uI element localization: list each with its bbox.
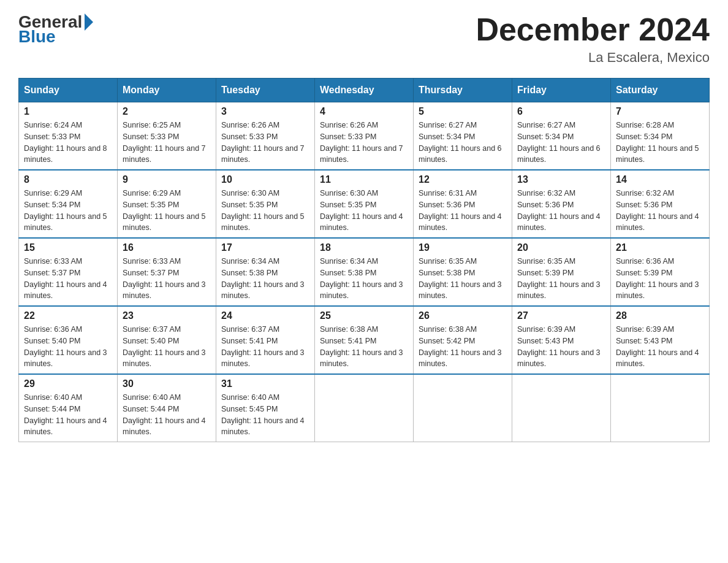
calendar-cell: 24 Sunrise: 6:37 AM Sunset: 5:41 PM Dayl… [216,306,315,374]
calendar-header-friday: Friday [512,79,611,102]
sunrise-label: Sunrise: 6:40 AM [123,393,181,402]
sunset-label: Sunset: 5:33 PM [320,132,376,141]
day-number: 22 [24,310,112,321]
day-info: Sunrise: 6:26 AM Sunset: 5:33 PM Dayligh… [320,120,408,166]
day-info: Sunrise: 6:39 AM Sunset: 5:43 PM Dayligh… [517,324,605,370]
sunrise-label: Sunrise: 6:33 AM [123,257,181,266]
day-info: Sunrise: 6:38 AM Sunset: 5:42 PM Dayligh… [419,324,507,370]
calendar-cell: 19 Sunrise: 6:35 AM Sunset: 5:38 PM Dayl… [414,238,512,306]
calendar-week-4: 22 Sunrise: 6:36 AM Sunset: 5:40 PM Dayl… [19,306,710,374]
sunset-label: Sunset: 5:35 PM [320,201,376,209]
calendar-cell: 16 Sunrise: 6:33 AM Sunset: 5:37 PM Dayl… [118,238,216,306]
sunrise-label: Sunrise: 6:27 AM [517,121,575,129]
calendar-cell: 20 Sunrise: 6:35 AM Sunset: 5:39 PM Dayl… [512,238,611,306]
day-number: 24 [221,310,309,321]
calendar-header-tuesday: Tuesday [216,79,315,102]
day-info: Sunrise: 6:30 AM Sunset: 5:35 PM Dayligh… [320,188,408,234]
calendar-cell: 29 Sunrise: 6:40 AM Sunset: 5:44 PM Dayl… [19,374,118,442]
daylight-label: Daylight: 11 hours and 4 minutes. [616,212,699,232]
calendar-cell: 31 Sunrise: 6:40 AM Sunset: 5:45 PM Dayl… [216,374,315,442]
calendar-cell: 17 Sunrise: 6:34 AM Sunset: 5:38 PM Dayl… [216,238,315,306]
day-number: 14 [616,174,704,185]
daylight-label: Daylight: 11 hours and 3 minutes. [24,348,107,369]
daylight-label: Daylight: 11 hours and 3 minutes. [221,348,305,369]
calendar-cell: 6 Sunrise: 6:27 AM Sunset: 5:34 PM Dayli… [512,102,611,170]
day-number: 9 [123,174,211,185]
sunset-label: Sunset: 5:34 PM [616,132,672,141]
month-title: December 2024 [476,12,710,47]
daylight-label: Daylight: 11 hours and 3 minutes. [616,280,699,301]
daylight-label: Daylight: 11 hours and 5 minutes. [221,212,305,232]
day-number: 10 [221,174,309,185]
sunrise-label: Sunrise: 6:35 AM [517,257,575,266]
day-info: Sunrise: 6:28 AM Sunset: 5:34 PM Dayligh… [616,120,704,166]
day-number: 4 [320,106,408,117]
sunrise-label: Sunrise: 6:25 AM [123,121,181,129]
calendar-cell: 26 Sunrise: 6:38 AM Sunset: 5:42 PM Dayl… [414,306,512,374]
sunrise-label: Sunrise: 6:39 AM [517,325,575,334]
calendar-cell: 28 Sunrise: 6:39 AM Sunset: 5:43 PM Dayl… [611,306,710,374]
day-info: Sunrise: 6:36 AM Sunset: 5:39 PM Dayligh… [616,256,704,302]
sunset-label: Sunset: 5:34 PM [24,201,80,209]
sunrise-label: Sunrise: 6:32 AM [616,189,674,197]
day-number: 5 [419,106,507,117]
calendar-header-monday: Monday [118,79,216,102]
daylight-label: Daylight: 11 hours and 3 minutes. [320,280,403,301]
day-number: 7 [616,106,704,117]
calendar-cell: 5 Sunrise: 6:27 AM Sunset: 5:34 PM Dayli… [414,102,512,170]
calendar-header-thursday: Thursday [414,79,512,102]
calendar-cell: 7 Sunrise: 6:28 AM Sunset: 5:34 PM Dayli… [611,102,710,170]
calendar-cell: 2 Sunrise: 6:25 AM Sunset: 5:33 PM Dayli… [118,102,216,170]
sunrise-label: Sunrise: 6:39 AM [616,325,674,334]
sunset-label: Sunset: 5:43 PM [517,337,574,345]
sunrise-label: Sunrise: 6:34 AM [320,257,378,266]
day-number: 17 [221,242,309,253]
day-info: Sunrise: 6:40 AM Sunset: 5:44 PM Dayligh… [123,392,211,438]
day-info: Sunrise: 6:36 AM Sunset: 5:40 PM Dayligh… [24,324,112,370]
day-info: Sunrise: 6:29 AM Sunset: 5:34 PM Dayligh… [24,188,112,234]
sunrise-label: Sunrise: 6:28 AM [616,121,674,129]
day-info: Sunrise: 6:27 AM Sunset: 5:34 PM Dayligh… [517,120,605,166]
calendar-cell: 18 Sunrise: 6:34 AM Sunset: 5:38 PM Dayl… [315,238,414,306]
calendar-cell: 8 Sunrise: 6:29 AM Sunset: 5:34 PM Dayli… [19,170,118,238]
daylight-label: Daylight: 11 hours and 6 minutes. [419,144,502,164]
sunrise-label: Sunrise: 6:29 AM [123,189,181,197]
sunset-label: Sunset: 5:39 PM [616,269,672,277]
day-number: 28 [616,310,704,321]
sunset-label: Sunset: 5:36 PM [616,201,672,209]
day-number: 20 [517,242,605,253]
sunset-label: Sunset: 5:38 PM [221,269,278,277]
calendar-cell: 10 Sunrise: 6:30 AM Sunset: 5:35 PM Dayl… [216,170,315,238]
day-number: 30 [123,378,211,389]
logo: General Blue [18,12,93,47]
day-info: Sunrise: 6:34 AM Sunset: 5:38 PM Dayligh… [320,256,408,302]
day-info: Sunrise: 6:40 AM Sunset: 5:45 PM Dayligh… [221,392,309,438]
daylight-label: Daylight: 11 hours and 6 minutes. [517,144,601,164]
daylight-label: Daylight: 11 hours and 3 minutes. [123,280,206,301]
calendar-cell [315,374,414,442]
day-info: Sunrise: 6:37 AM Sunset: 5:41 PM Dayligh… [221,324,309,370]
day-number: 3 [221,106,309,117]
daylight-label: Daylight: 11 hours and 8 minutes. [24,144,107,164]
sunrise-label: Sunrise: 6:36 AM [24,325,82,334]
sunset-label: Sunset: 5:40 PM [24,337,80,345]
sunrise-label: Sunrise: 6:26 AM [221,121,279,129]
calendar-week-2: 8 Sunrise: 6:29 AM Sunset: 5:34 PM Dayli… [19,170,710,238]
daylight-label: Daylight: 11 hours and 3 minutes. [221,280,305,301]
sunset-label: Sunset: 5:42 PM [419,337,475,345]
daylight-label: Daylight: 11 hours and 4 minutes. [320,212,403,232]
calendar-body: 1 Sunrise: 6:24 AM Sunset: 5:33 PM Dayli… [19,102,710,442]
sunset-label: Sunset: 5:41 PM [221,337,278,345]
sunrise-label: Sunrise: 6:30 AM [221,189,279,197]
daylight-label: Daylight: 11 hours and 3 minutes. [320,348,403,369]
calendar-week-3: 15 Sunrise: 6:33 AM Sunset: 5:37 PM Dayl… [19,238,710,306]
sunset-label: Sunset: 5:35 PM [221,201,278,209]
sunset-label: Sunset: 5:38 PM [320,269,376,277]
day-number: 8 [24,174,112,185]
calendar-cell: 15 Sunrise: 6:33 AM Sunset: 5:37 PM Dayl… [19,238,118,306]
sunset-label: Sunset: 5:38 PM [419,269,475,277]
sunset-label: Sunset: 5:35 PM [123,201,179,209]
location: La Escalera, Mexico [476,50,710,66]
day-number: 1 [24,106,112,117]
day-number: 23 [123,310,211,321]
